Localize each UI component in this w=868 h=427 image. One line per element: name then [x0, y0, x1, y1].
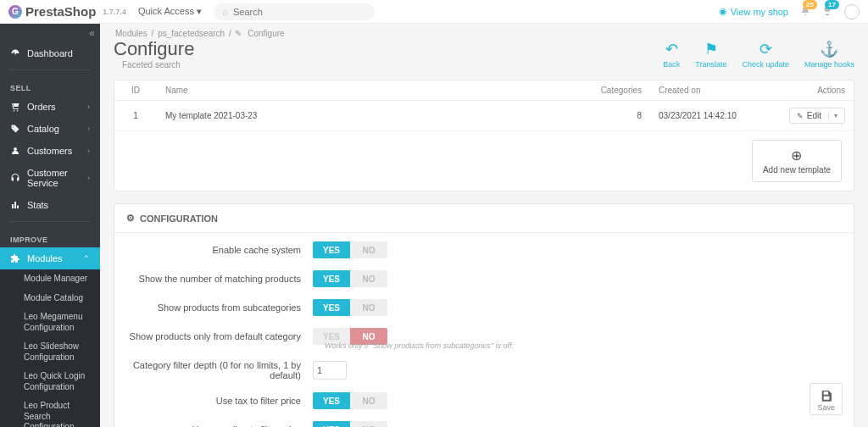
label-enable-cache: Enable cache system: [126, 245, 313, 255]
configuration-heading: ⚙ CONFIGURATION: [114, 204, 854, 233]
toggle-show-subcat[interactable]: YESNO: [313, 299, 387, 316]
pencil-icon: ✎: [235, 29, 242, 38]
sidebar-item-orders[interactable]: Orders›: [0, 96, 100, 118]
toggle-use-rounding[interactable]: YESNO: [313, 421, 387, 427]
back-button[interactable]: ↶Back: [663, 40, 680, 69]
sidebar-collapse-icon[interactable]: «: [0, 24, 100, 42]
page-title: Configure: [114, 40, 194, 58]
gear-icon: ⚙: [126, 213, 135, 224]
sidebar-item-stats[interactable]: Stats: [0, 194, 100, 216]
cell-name: My template 2021-03-23: [157, 101, 574, 131]
cell-created: 03/23/2021 14:42:10: [650, 101, 777, 131]
back-icon: ↶: [665, 40, 678, 58]
notif-badge: 25: [803, 0, 817, 9]
sidebar-sub-module-catalog[interactable]: Module Catalog: [0, 289, 100, 308]
add-template-button[interactable]: ⊕ Add new template: [752, 140, 842, 182]
headset-icon: [10, 173, 20, 183]
save-button[interactable]: Save: [810, 383, 843, 415]
label-filter-depth: Category filter depth (0 for no limits, …: [126, 360, 313, 380]
configuration-panel: ⚙ CONFIGURATION Enable cache system YESN…: [114, 203, 854, 427]
sidebar-sub-leo-megamenu[interactable]: Leo Megamenu Configuration: [0, 308, 100, 337]
page-subtitle: Faceted search: [122, 60, 194, 69]
eye-icon: ◉: [719, 6, 727, 17]
anchor-icon: ⚓: [820, 40, 838, 58]
sidebar-item-customers[interactable]: Customers›: [0, 140, 100, 162]
cart-icon: [10, 102, 20, 112]
input-filter-depth[interactable]: [313, 361, 347, 380]
label-use-tax: Use tax to filter price: [126, 396, 313, 406]
sidebar-item-customer-service[interactable]: Customer Service›: [0, 162, 100, 194]
chevron-down-icon[interactable]: ▾: [828, 112, 837, 119]
sidebar-submenu-modules: Module Manager Module Catalog Leo Megame…: [0, 269, 100, 427]
brand: G PrestaShop 1.7.7.4: [8, 4, 126, 19]
search-bar[interactable]: ⌕: [214, 3, 375, 20]
quick-access[interactable]: Quick Access ▾: [138, 6, 202, 17]
cell-id: 1: [114, 101, 157, 131]
sidebar-group-sell: SELL: [0, 75, 100, 96]
sidebar-sub-module-manager[interactable]: Module Manager: [0, 269, 100, 289]
breadcrumb-module-name[interactable]: ps_facetedsearch: [158, 29, 225, 38]
trophy-icon[interactable]: 17: [822, 5, 832, 19]
avatar[interactable]: [844, 4, 860, 19]
tag-icon: [10, 124, 20, 134]
templates-panel: ID Name Categories Created on Actions 1 …: [114, 80, 854, 191]
label-show-matching: Show the number of matching products: [126, 274, 313, 284]
dashboard-icon: [10, 48, 20, 58]
table-row: 1 My template 2021-03-23 8 03/23/2021 14…: [114, 101, 854, 131]
main-content: Modules / ps_facetedsearch / ✎ Configure…: [100, 24, 868, 427]
check-update-button[interactable]: ⟳Check update: [742, 40, 789, 69]
search-input[interactable]: [233, 7, 366, 17]
sidebar-item-modules[interactable]: Modules⌃: [0, 247, 100, 269]
manage-hooks-button[interactable]: ⚓Manage hooks: [804, 40, 854, 69]
refresh-icon: ⟳: [760, 40, 772, 58]
sidebar: « Dashboard SELL Orders› Catalog› Custom…: [0, 24, 100, 427]
notification-bell-icon[interactable]: 25: [800, 5, 810, 19]
breadcrumb-modules[interactable]: Modules: [115, 29, 147, 38]
brand-name: PrestaShop: [25, 4, 96, 19]
sidebar-sub-leo-productsearch[interactable]: Leo Product Search Configuration: [0, 396, 100, 427]
sidebar-sub-leo-slideshow[interactable]: Leo Slideshow Configuration: [0, 337, 100, 367]
label-show-default: Show products only from default category: [126, 331, 313, 341]
chevron-down-icon: ▾: [197, 6, 202, 16]
trophy-badge: 17: [825, 0, 839, 9]
th-name: Name: [157, 80, 574, 101]
th-created: Created on: [650, 80, 777, 101]
puzzle-icon: [10, 253, 20, 263]
breadcrumb-configure: Configure: [248, 29, 284, 38]
toggle-use-tax[interactable]: YESNO: [313, 392, 387, 409]
view-shop-link[interactable]: ◉ View my shop: [719, 6, 788, 17]
th-categories: Categories: [574, 80, 650, 101]
toggle-enable-cache[interactable]: YESNO: [313, 241, 387, 258]
th-actions: Actions: [777, 80, 854, 101]
plus-circle-icon: ⊕: [791, 147, 802, 164]
stats-icon: [10, 200, 20, 210]
brand-version: 1.7.7.4: [103, 8, 126, 16]
chevron-right-icon: ›: [87, 103, 90, 111]
toggle-show-matching[interactable]: YESNO: [313, 270, 387, 287]
search-icon: ⌕: [222, 6, 228, 18]
breadcrumb: Modules / ps_facetedsearch / ✎ Configure: [100, 24, 868, 40]
label-show-subcat: Show products from subcategories: [126, 302, 313, 313]
edit-button[interactable]: ✎ Edit ▾: [789, 108, 845, 124]
user-icon: [10, 146, 20, 156]
pencil-icon: ✎: [797, 112, 804, 120]
sidebar-item-catalog[interactable]: Catalog›: [0, 118, 100, 140]
th-id: ID: [114, 80, 157, 101]
flag-icon: ⚑: [704, 40, 718, 58]
sidebar-item-dashboard[interactable]: Dashboard: [0, 42, 100, 64]
hint-show-default: Works only if "Show products from subcat…: [325, 341, 842, 350]
cell-categories: 8: [574, 101, 650, 131]
translate-button[interactable]: ⚑Translate: [695, 40, 726, 69]
save-icon: [820, 389, 833, 402]
sidebar-group-improve: IMPROVE: [0, 227, 100, 247]
templates-table: ID Name Categories Created on Actions 1 …: [114, 80, 854, 131]
brand-icon: G: [8, 5, 22, 19]
sidebar-sub-leo-quicklogin[interactable]: Leo Quick Login Configuration: [0, 367, 100, 396]
